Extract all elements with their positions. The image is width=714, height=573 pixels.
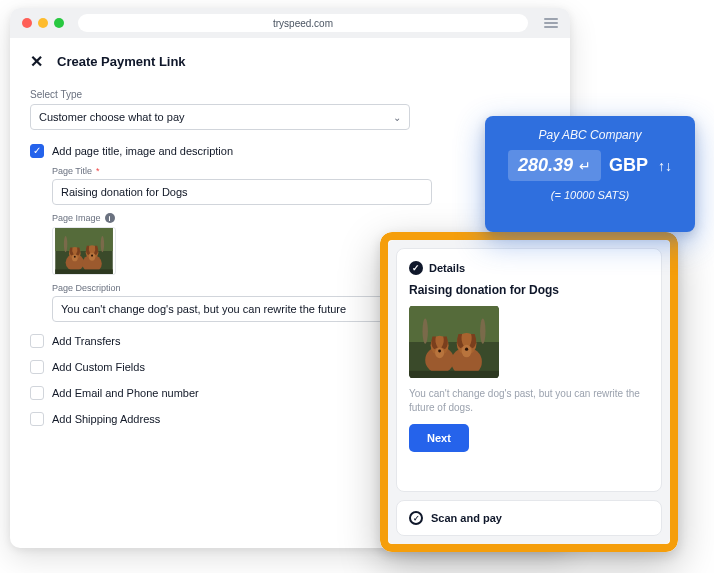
scan-and-pay-label: Scan and pay <box>431 512 502 524</box>
add-page-section-label: Add page title, image and description <box>52 145 233 157</box>
select-type-dropdown[interactable]: Customer choose what to pay ⌄ <box>30 104 410 130</box>
preview-description: You can't change dog's past, but you can… <box>409 387 649 414</box>
scan-card[interactable]: Scan and pay <box>396 500 662 536</box>
close-icon[interactable]: ✕ <box>30 52 43 71</box>
pay-amount-row: 280.39 ↵ GBP ↑↓ <box>508 150 672 181</box>
option-add-custom-fields-checkbox[interactable] <box>30 360 44 374</box>
page-title-field-label: Page Title* <box>52 166 432 176</box>
pay-card-title: Pay ABC Company <box>539 128 642 142</box>
enter-icon: ↵ <box>579 158 591 174</box>
check-circle-outline-icon <box>409 511 423 525</box>
pay-amount-input[interactable]: 280.39 ↵ <box>508 150 601 181</box>
pay-sats-equiv: (= 10000 SATS) <box>551 189 629 201</box>
page-header: ✕ Create Payment Link <box>30 52 550 83</box>
page-image-field-label: Page Image i <box>52 213 432 223</box>
menu-icon[interactable] <box>544 18 558 28</box>
select-type-value: Customer choose what to pay <box>39 111 185 123</box>
next-button[interactable]: Next <box>409 424 469 452</box>
preview-heading: Raising donation for Dogs <box>409 283 649 297</box>
address-text: tryspeed.com <box>273 18 333 29</box>
window-maximize-dot[interactable] <box>54 18 64 28</box>
window-close-dot[interactable] <box>22 18 32 28</box>
page-image-thumbnail[interactable] <box>52 227 116 275</box>
preview-inner: ✓ Details Raising donation for Dogs You … <box>388 240 670 544</box>
option-add-email-phone-checkbox[interactable] <box>30 386 44 400</box>
preview-panel: ✓ Details Raising donation for Dogs You … <box>380 232 678 552</box>
page-section-fields: Page Title* Page Image i Page Descriptio… <box>52 166 432 322</box>
page-description-input[interactable] <box>52 296 432 322</box>
add-page-section-checkbox[interactable] <box>30 144 44 158</box>
page-title: Create Payment Link <box>57 54 186 69</box>
check-circle-fill-icon: ✓ <box>409 261 423 275</box>
details-card: ✓ Details Raising donation for Dogs You … <box>396 248 662 492</box>
option-add-shipping-checkbox[interactable] <box>30 412 44 426</box>
info-icon[interactable]: i <box>105 213 115 223</box>
select-type-label: Select Type <box>30 89 550 100</box>
details-label: Details <box>429 262 465 274</box>
swap-vertical-icon[interactable]: ↑↓ <box>658 158 672 174</box>
option-add-transfers-checkbox[interactable] <box>30 334 44 348</box>
option-add-shipping-label: Add Shipping Address <box>52 413 160 425</box>
browser-titlebar: tryspeed.com <box>10 8 570 38</box>
pay-card: Pay ABC Company 280.39 ↵ GBP ↑↓ (= 10000… <box>485 116 695 232</box>
preview-image <box>409 305 499 379</box>
pay-currency: GBP <box>609 155 648 176</box>
option-add-transfers-label: Add Transfers <box>52 335 120 347</box>
window-minimize-dot[interactable] <box>38 18 48 28</box>
chevron-down-icon: ⌄ <box>393 112 401 123</box>
address-bar[interactable]: tryspeed.com <box>78 14 528 32</box>
page-title-input[interactable] <box>52 179 432 205</box>
required-asterisk: * <box>96 166 100 176</box>
page-description-field-label: Page Description <box>52 283 432 293</box>
add-page-section-row[interactable]: Add page title, image and description <box>30 144 550 158</box>
pay-amount-value: 280.39 <box>518 155 573 176</box>
details-header: ✓ Details <box>409 261 649 275</box>
option-add-email-phone-label: Add Email and Phone number <box>52 387 199 399</box>
option-add-custom-fields-label: Add Custom Fields <box>52 361 145 373</box>
